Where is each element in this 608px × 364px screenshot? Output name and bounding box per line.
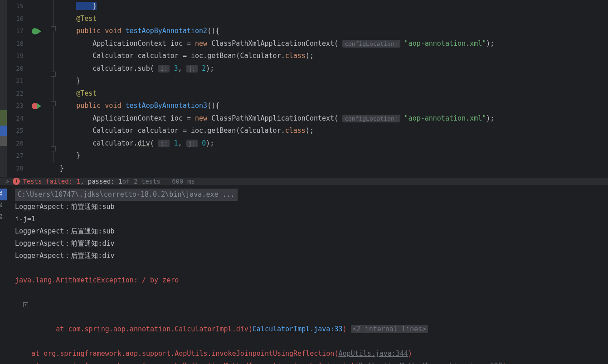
- diff-markers: [0, 0, 7, 177]
- editor-area: 15 16 17 18 19 20 21 22 23 24 25 26 27 2…: [0, 0, 608, 177]
- line-num: 15: [7, 0, 27, 13]
- line-num: 20: [7, 63, 27, 75]
- stacktrace-link[interactable]: CalculatorImpl.java:33: [253, 325, 343, 333]
- console-line: LoggerAspect：后置通知:sub: [15, 225, 608, 238]
- line-num: 28: [7, 162, 27, 175]
- console-line: LoggerAspect：后置通知:div: [15, 250, 608, 262]
- test-failed-icon: [13, 178, 20, 185]
- console-tab[interactable]: ns: [0, 200, 7, 212]
- internal-lines-badge[interactable]: <2 internal lines>: [351, 325, 428, 333]
- line-num: 27: [7, 150, 27, 162]
- line-num: 17: [7, 25, 27, 38]
- line-num: 22: [7, 87, 27, 100]
- console-tab[interactable]: ns: [0, 212, 7, 224]
- fold-toggle[interactable]: [51, 146, 56, 151]
- exception-line: java.lang.ArithmeticException: / by zero: [15, 276, 179, 284]
- fold-column: [50, 0, 58, 177]
- command-line[interactable]: C:\Users\10747\.jdks\corretto-18.0.2\bin…: [15, 189, 238, 201]
- fold-toggle[interactable]: [51, 101, 56, 106]
- line-num: 23: [7, 100, 27, 112]
- stacktrace-link[interactable]: AopUtils.java:344: [338, 349, 408, 358]
- fold-toggle[interactable]: [51, 72, 56, 77]
- scrollbar[interactable]: [602, 0, 608, 177]
- stacktrace-link[interactable]: ReflectiveMethodInvocation.java:198: [359, 362, 502, 364]
- line-num: 19: [7, 50, 27, 63]
- run-test-icon[interactable]: [32, 25, 41, 38]
- code-area[interactable]: } @Test public void testAopByAnnotation2…: [58, 0, 602, 177]
- line-num: 21: [7, 75, 27, 87]
- fold-toggle[interactable]: [51, 26, 56, 31]
- console-line: i-j=1: [15, 213, 608, 225]
- console-content[interactable]: C:\Users\10747\.jdks\corretto-18.0.2\bin…: [7, 189, 608, 364]
- console-tab[interactable]: ns: [0, 189, 7, 200]
- line-num: 25: [7, 125, 27, 137]
- console-line: LoggerAspect：前置通知:div: [15, 238, 608, 250]
- line-num: 26: [7, 137, 27, 150]
- console-tabs: ns ns ns: [0, 189, 7, 364]
- console-line: LoggerAspect：前置通知:sub: [15, 201, 608, 213]
- expand-chevron-icon[interactable]: »: [5, 178, 9, 185]
- console-output: ns ns ns C:\Users\10747\.jdks\corretto-1…: [0, 185, 608, 364]
- expand-trace-icon[interactable]: +: [23, 302, 28, 307]
- line-num: 16: [7, 13, 27, 25]
- line-number-gutter: 15 16 17 18 19 20 21 22 23 24 25 26 27 2…: [7, 0, 27, 177]
- line-num: 24: [7, 112, 27, 125]
- gutter-icons: [27, 0, 50, 177]
- run-test-failed-icon[interactable]: [32, 100, 41, 112]
- line-num: 18: [7, 38, 27, 50]
